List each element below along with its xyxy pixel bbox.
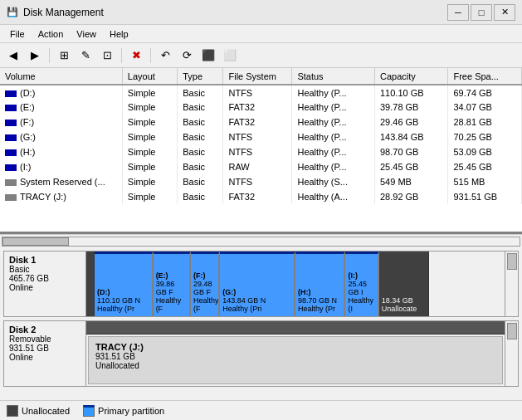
part-size: 39.86 GB F [156,280,187,296]
main-content: Volume Layout Type File System Status Ca… [0,68,522,420]
table-row[interactable]: (D:) Simple Basic NTFS Healthy (P... 110… [0,85,522,100]
legend-primary-box [83,405,95,417]
menu-help[interactable]: Help [103,27,135,41]
table-hscroll[interactable] [0,234,522,247]
legend-unalloc-label: Unallocated [22,406,70,416]
disk-name: Disk 1 [9,255,80,265]
cell-type: Basic [178,85,223,100]
disk-label-1: Disk 1 Basic 465.76 GB Online [3,251,86,317]
tracy-partition[interactable]: TRACY (J:) 931.51 GB Unallocated [88,336,503,384]
legend-primary-label: Primary partition [98,406,164,416]
scroll-track[interactable] [2,237,520,247]
toolbar-import[interactable]: ⬛ [198,46,218,65]
window-controls: ─ □ ✕ [447,4,515,21]
part-size: 29.48 GB F [193,280,216,296]
menu-view[interactable]: View [70,27,103,41]
cell-volume: (H:) [0,144,122,159]
cell-volume: System Reserved (... [0,174,122,189]
col-layout[interactable]: Layout [122,68,177,85]
part-label: (E:) [156,271,187,280]
cell-layout: Simple [122,115,177,129]
cell-type: Basic [178,115,223,129]
minimize-button[interactable]: ─ [447,4,469,21]
part-label: (I:) [348,271,374,280]
menu-action[interactable]: Action [32,27,71,41]
col-free[interactable]: Free Spa... [448,68,522,85]
cell-fs: FAT32 [223,115,292,129]
cell-fs: NTFS [223,85,292,100]
disk-size: 931.51 GB [9,344,80,353]
partition-1-5[interactable]: (G:) 143.84 GB N Healthy (Pri [220,252,295,316]
cell-free: 70.25 GB [448,129,522,144]
table-row[interactable]: TRACY (J:) Simple Basic FAT32 Healthy (A… [0,189,522,204]
disk-scroll-1[interactable] [505,251,519,317]
toolbar-back[interactable]: ◀ [3,46,23,65]
table-row[interactable]: (E:) Simple Basic FAT32 Healthy (P... 39… [0,100,522,115]
partition-1-3[interactable]: (E:) 39.86 GB F Healthy (F [154,252,191,316]
toolbar-refresh[interactable]: ⟳ [177,46,197,65]
cell-layout: Simple [122,159,177,174]
volume-table-area[interactable]: Volume Layout Type File System Status Ca… [0,68,522,234]
part-label: (F:) [193,271,216,280]
cell-status: Healthy (P... [292,115,375,129]
toolbar-properties[interactable]: ⊡ [97,46,117,65]
cell-free: 25.45 GB [448,159,522,174]
part-status: Healthy (Pr [97,305,149,313]
close-button[interactable]: ✕ [494,4,515,21]
disk-partitions-2: TRACY (J:) 931.51 GB Unallocated [86,320,505,387]
scroll-thumb[interactable] [507,323,517,339]
partition-1-2[interactable]: (D:) 110.10 GB N Healthy (Pr [95,252,154,316]
cell-layout: Simple [122,189,177,204]
cell-capacity: 143.84 GB [374,129,447,144]
cell-capacity: 549 MB [374,174,447,189]
table-row[interactable]: (F:) Simple Basic FAT32 Healthy (P... 29… [0,115,522,129]
unalloc-status: Unallocate [382,305,426,313]
cell-volume: (E:) [0,100,122,115]
menu-file[interactable]: File [3,27,32,41]
cell-free: 931.51 GB [448,189,522,204]
table-row[interactable]: (H:) Simple Basic NTFS Healthy (P... 98.… [0,144,522,159]
cell-free: 34.07 GB [448,100,522,115]
col-status[interactable]: Status [292,68,375,85]
cell-capacity: 39.78 GB [374,100,447,115]
maximize-button[interactable]: □ [471,4,492,21]
partition-1-8[interactable]: 18.34 GBUnallocate [379,252,429,316]
cell-volume: (I:) [0,159,122,174]
unalloc-size: 18.34 GB [382,296,426,305]
disk-scroll-2[interactable] [505,320,519,387]
part-size: 25.45 GB I [348,280,374,296]
disk-type: Basic [9,265,80,274]
col-capacity[interactable]: Capacity [374,68,447,85]
part-status: Healthy (Pr [298,305,341,313]
disk-row-1: Disk 1 Basic 465.76 GB Online (D:) 110.1… [3,251,519,317]
unalloc-strip[interactable] [86,321,505,335]
disk-area[interactable]: Disk 1 Basic 465.76 GB Online (D:) 110.1… [0,247,522,400]
toolbar-grid[interactable]: ⊞ [54,46,74,65]
toolbar-forward[interactable]: ▶ [25,46,45,65]
scroll-thumb[interactable] [507,253,517,270]
cell-volume: (F:) [0,115,122,129]
disk-status: Online [9,353,80,362]
col-filesystem[interactable]: File System [223,68,292,85]
table-row[interactable]: (I:) Simple Basic RAW Healthy (P... 25.4… [0,159,522,174]
legend-unallocated: Unallocated [7,405,70,417]
table-row[interactable]: (G:) Simple Basic NTFS Healthy (P... 143… [0,129,522,144]
toolbar-delete[interactable]: ✖ [126,46,146,65]
cell-status: Healthy (P... [292,85,375,100]
cell-layout: Simple [122,144,177,159]
menu-bar: File Action View Help [0,25,522,43]
partition-1-7[interactable]: (I:) 25.45 GB I Healthy (I [345,252,378,316]
cell-capacity: 29.46 GB [374,115,447,129]
col-type[interactable]: Type [178,68,223,85]
col-volume[interactable]: Volume [0,68,122,85]
toolbar-undo[interactable]: ↶ [155,46,175,65]
toolbar-edit[interactable]: ✎ [76,46,95,65]
scroll-thumb[interactable] [2,237,69,246]
partition-1-6[interactable]: (H:) 98.70 GB N Healthy (Pr [295,252,345,316]
toolbar-export[interactable]: ⬜ [220,46,240,65]
partition-1-4[interactable]: (F:) 29.48 GB F Healthy (F [191,252,220,316]
disk-partitions-1: (D:) 110.10 GB N Healthy (Pr (E:) 39.86 … [86,251,505,317]
table-row[interactable]: System Reserved (... Simple Basic NTFS H… [0,174,522,189]
disk-name: Disk 2 [9,325,80,335]
partition-1-1[interactable] [86,252,95,316]
